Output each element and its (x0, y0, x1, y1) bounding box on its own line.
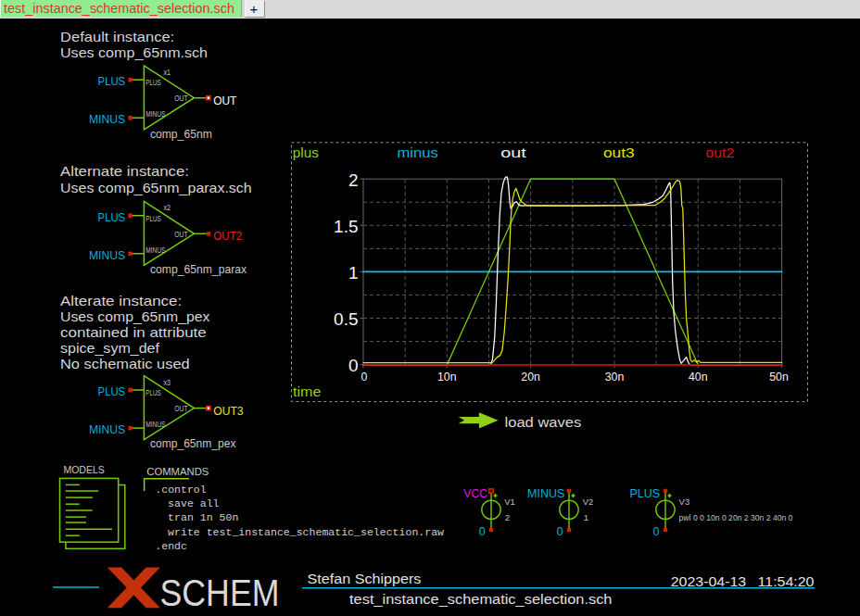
svg-text:out: out (500, 145, 527, 160)
svg-text:SCHEM: SCHEM (160, 572, 280, 614)
svg-text:PLUS: PLUS (98, 211, 126, 224)
svg-text:40n: 40n (689, 371, 708, 383)
svg-text:test_instance_schematic_select: test_instance_schematic_selection.sch (4, 1, 234, 16)
svg-text:pwl 0 0 10n 0 20n 2 30n 2 40n: pwl 0 0 10n 0 20n 2 30n 2 40n 0 (679, 513, 793, 522)
svg-text:plus: plus (293, 145, 319, 160)
svg-text:MINUS: MINUS (145, 420, 166, 429)
svg-text:comp_65nm: comp_65nm (150, 128, 212, 141)
svg-text:Alternate instance:: Alternate instance: (60, 163, 189, 179)
svg-text:0: 0 (652, 525, 659, 538)
svg-text:comp_65nm_pex: comp_65nm_pex (150, 437, 236, 450)
svg-text:1: 1 (348, 263, 359, 283)
svg-text:0: 0 (557, 525, 563, 538)
svg-text:VCC: VCC (463, 487, 487, 500)
svg-text:Uses comp_65nm_pex: Uses comp_65nm_pex (60, 308, 210, 324)
svg-text:OUT: OUT (174, 404, 188, 413)
svg-text:.endc: .endc (155, 540, 187, 552)
svg-text:spice_sym_def: spice_sym_def (60, 340, 160, 356)
svg-text:V3: V3 (679, 497, 690, 507)
svg-text:MINUS: MINUS (145, 245, 166, 255)
svg-text:1: 1 (584, 512, 588, 522)
svg-text:2: 2 (348, 170, 359, 190)
svg-text:test_instance_schematic_select: test_instance_schematic_selection.sch (349, 592, 613, 607)
svg-text:OUT: OUT (174, 230, 188, 239)
svg-text:50n: 50n (769, 371, 789, 383)
svg-text:2: 2 (505, 512, 510, 522)
svg-text:load waves: load waves (505, 414, 582, 430)
svg-text:out2: out2 (706, 145, 735, 160)
svg-text:OUT: OUT (213, 94, 236, 107)
svg-text:OUT3: OUT3 (213, 404, 243, 418)
svg-text:COMMANDS: COMMANDS (146, 466, 209, 477)
svg-text:Default instance:: Default instance: (60, 29, 174, 44)
svg-text:PLUS: PLUS (98, 75, 126, 88)
svg-text:Uses comp_65nm.sch: Uses comp_65nm.sch (60, 44, 208, 60)
svg-text:PLUS: PLUS (145, 214, 161, 223)
svg-text:PLUS: PLUS (630, 487, 661, 500)
svg-text:0: 0 (348, 356, 359, 375)
svg-text:MINUS: MINUS (89, 113, 125, 126)
svg-text:2023-04-13 11:54:20: 2023-04-13 11:54:20 (671, 574, 815, 589)
svg-text:MINUS: MINUS (145, 109, 166, 119)
svg-text:OUT2: OUT2 (213, 229, 242, 243)
svg-text:x1: x1 (163, 68, 171, 77)
svg-text:Stefan Schippers: Stefan Schippers (308, 572, 422, 586)
svg-text:time: time (293, 383, 322, 399)
svg-text:x2: x2 (163, 203, 171, 212)
svg-text:PLUS: PLUS (145, 78, 161, 87)
svg-text:comp_65nm_parax: comp_65nm_parax (150, 263, 247, 276)
svg-text:Uses comp_65nm_parax.sch: Uses comp_65nm_parax.sch (60, 180, 252, 195)
svg-text:0.5: 0.5 (334, 309, 358, 329)
svg-text:minus: minus (398, 145, 438, 160)
svg-text:No schematic used: No schematic used (60, 356, 190, 371)
svg-text:tran 1n 50n: tran 1n 50n (168, 511, 238, 523)
svg-text:out3: out3 (603, 145, 635, 160)
svg-text:.control: .control (155, 484, 207, 496)
svg-text:PLUS: PLUS (145, 388, 161, 397)
svg-text:OUT: OUT (174, 94, 188, 103)
svg-text:0: 0 (361, 371, 368, 383)
svg-text:contained in attribute: contained in attribute (60, 324, 207, 340)
svg-text:30n: 30n (605, 371, 625, 383)
svg-text:+: + (250, 1, 259, 17)
svg-text:0: 0 (479, 525, 486, 538)
svg-text:V1: V1 (504, 497, 515, 507)
svg-text:1.5: 1.5 (334, 217, 358, 236)
svg-text:V2: V2 (583, 497, 594, 507)
svg-text:MINUS: MINUS (527, 487, 564, 500)
svg-text:save all: save all (168, 497, 220, 509)
svg-text:MODELS: MODELS (63, 464, 104, 475)
svg-text:x3: x3 (163, 378, 171, 387)
svg-text:Alterate instance:: Alterate instance: (60, 293, 182, 308)
svg-text:write test_instance_schematic_: write test_instance_schematic_selection.… (168, 526, 444, 538)
svg-text:MINUS: MINUS (89, 249, 125, 262)
svg-text:PLUS: PLUS (98, 385, 126, 398)
svg-text:MINUS: MINUS (89, 423, 125, 436)
svg-text:10n: 10n (437, 371, 457, 383)
svg-text:20n: 20n (521, 371, 540, 383)
